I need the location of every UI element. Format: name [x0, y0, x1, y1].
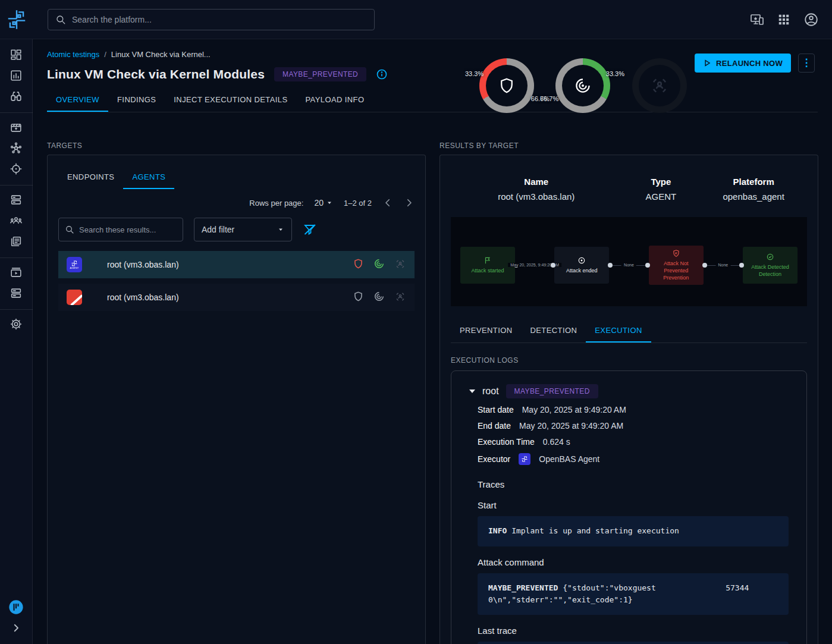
expand-sidebar-icon[interactable]: [0, 617, 33, 638]
log-attack-command: MAYBE_PREVENTED {"stdout":"vboxguest 573…: [478, 573, 789, 615]
devices-star-icon[interactable]: [750, 12, 764, 27]
timeline-node-attack-started: Attack started: [460, 247, 515, 284]
field-executor: Executor OpenBAS Agent: [469, 453, 789, 465]
log-last-trace: MAYBE_PREVENTED Payload completed: [478, 642, 789, 644]
traces-label: Traces: [469, 479, 789, 489]
topbar-actions: [750, 12, 832, 27]
chevron-down-icon: [277, 226, 284, 233]
meta-name-value: root (vm3.obas.lan): [451, 191, 622, 202]
relaunch-now-button[interactable]: RELAUNCH NOW: [695, 54, 791, 73]
clear-filters-icon[interactable]: [303, 222, 317, 237]
sidebar-item-settings[interactable]: [0, 315, 33, 335]
agent-row-caldera[interactable]: root (vm3.obas.lan): [58, 284, 415, 311]
execution-log-header: root MAYBE_PREVENTED: [469, 384, 789, 398]
openbas-app: Atomic testings / Linux VM Check via Ker…: [0, 0, 832, 644]
crosshair-target-icon: [10, 162, 23, 177]
breadcrumb-atomic-testings[interactable]: Atomic testings: [47, 50, 99, 59]
execution-agent-name: root: [482, 386, 499, 397]
sidebar-item-teams[interactable]: [0, 211, 33, 232]
detection-score-donut: 66.7% 33.3%: [555, 58, 610, 113]
sidebar-item-dashboard[interactable]: [0, 45, 33, 66]
prevention-score-donut: 33.3% 66.7%: [479, 58, 534, 113]
timeline-node-detected: Attack DetectedDetection: [743, 247, 798, 284]
human-validation-donut: [632, 58, 687, 113]
apps-grid-icon[interactable]: [777, 13, 790, 26]
chevron-down-icon: [326, 199, 333, 206]
bar-chart-icon: [10, 69, 23, 84]
prevention-main-pct: 33.3%: [465, 70, 483, 77]
openbas-agent-icon: [519, 453, 530, 465]
page-title: Linux VM Check via Kernel Modules: [47, 67, 265, 81]
targets-section-label: TARGETS: [47, 142, 426, 150]
results-search: [58, 218, 183, 241]
sidebar-item-atomic-testings[interactable]: [0, 159, 33, 180]
shield-cross-icon: [672, 249, 680, 257]
previous-page-icon[interactable]: [382, 197, 393, 208]
account-circle-icon[interactable]: [803, 12, 819, 27]
tab-inject-execution-details[interactable]: INJECT EXECUTION DETAILS: [165, 89, 296, 112]
results-search-input[interactable]: [79, 225, 177, 234]
rows-per-page-value: 20: [314, 198, 324, 208]
sidebar-item-findings[interactable]: [0, 87, 33, 108]
documents-icon: [10, 235, 23, 250]
sidebar-item-documents[interactable]: [0, 232, 33, 253]
log-start: INFO Implant is up and starting executio…: [478, 516, 789, 546]
meta-name-label: Name: [451, 177, 622, 187]
tab-overview[interactable]: OVERVIEW: [47, 89, 108, 112]
relaunch-label: RELAUNCH NOW: [716, 59, 783, 68]
timeline-node-attack-ended: Attack ended: [554, 247, 609, 284]
collapse-caret-icon[interactable]: [469, 389, 475, 393]
sidebar-divider: [0, 112, 33, 113]
breadcrumb-current: Linux VM Check via Kernel...: [111, 50, 211, 59]
agent-badge-label: AGENT: [70, 266, 79, 269]
tab-endpoints[interactable]: ENDPOINTS: [58, 166, 123, 189]
kebab-menu-button[interactable]: ⋮: [798, 54, 815, 73]
search-icon: [55, 14, 66, 25]
platform-search: [48, 9, 375, 30]
sidebar-item-assets[interactable]: [0, 190, 33, 211]
execution-status-chip: MAYBE_PREVENTED: [506, 384, 598, 398]
flag-icon: [483, 256, 492, 265]
targets-section: TARGETS ENDPOINTS AGENTS Rows per page: …: [47, 142, 426, 644]
detection-track-icon: [373, 258, 385, 271]
prevention-shield-icon: [353, 258, 364, 271]
filigran-logo-icon[interactable]: [0, 596, 33, 617]
tab-findings[interactable]: FINDINGS: [108, 89, 165, 112]
results-section: RESULTS BY TARGET Name root (vm3.obas.la…: [439, 142, 818, 644]
page-header: Atomic testings / Linux VM Check via Ker…: [47, 50, 818, 137]
results-card: Name root (vm3.obas.lan) Type AGENT Plat…: [439, 155, 818, 644]
agents-list: AGENT root (vm3.obas.lan) root (vm3: [58, 251, 415, 311]
agent-row-openbas[interactable]: AGENT root (vm3.obas.lan): [58, 251, 415, 278]
execution-logs-label: EXECUTION LOGS: [451, 356, 807, 365]
tab-agents[interactable]: AGENTS: [123, 166, 174, 189]
detection-rest-pct: 66.7%: [540, 95, 558, 102]
sidebar-item-integrations[interactable]: [0, 284, 33, 304]
left-nav-sidebar: [0, 39, 33, 644]
sidebar-item-scenarios[interactable]: [0, 118, 33, 139]
stacked-rows-icon: [10, 287, 23, 301]
agent-status-icons: [353, 258, 406, 272]
meta-platform-label: Plateform: [700, 177, 807, 187]
tab-payload-info[interactable]: PAYLOAD INFO: [297, 89, 373, 112]
sidebar-item-simulations[interactable]: [0, 139, 33, 159]
info-icon[interactable]: [376, 68, 388, 80]
tab-detection[interactable]: DETECTION: [522, 319, 586, 343]
targets-tabs: ENDPOINTS AGENTS: [58, 166, 415, 189]
meta-platform-value: openbas_agent: [700, 191, 807, 202]
tab-prevention[interactable]: PREVENTION: [451, 319, 522, 343]
sidebar-item-payloads[interactable]: [0, 263, 33, 284]
results-tabs: PREVENTION DETECTION EXECUTION: [451, 319, 807, 343]
rows-per-page-select[interactable]: 20: [314, 198, 333, 208]
next-page-icon[interactable]: [404, 197, 415, 208]
human-validation-icon: [394, 291, 406, 304]
track-changes-icon: [555, 58, 610, 113]
platform-search-input[interactable]: [72, 15, 367, 24]
add-filter-select[interactable]: Add filter: [194, 218, 292, 241]
timeline-link: May 20, 2025, 9:49:20 AM: [515, 265, 554, 266]
openbas-logo-icon[interactable]: [0, 8, 33, 31]
tab-execution[interactable]: EXECUTION: [586, 319, 651, 343]
log-section-attack-command-label: Attack command: [469, 557, 789, 567]
status-chip: MAYBE_PREVENTED: [274, 67, 366, 81]
sidebar-item-statistics[interactable]: [0, 66, 33, 87]
sidebar-divider: [0, 185, 33, 186]
